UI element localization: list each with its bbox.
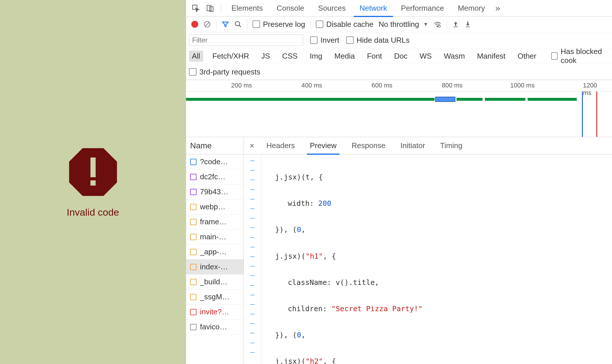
close-detail-icon[interactable]: × bbox=[246, 140, 258, 152]
search-icon[interactable] bbox=[234, 20, 242, 28]
record-button[interactable] bbox=[191, 21, 198, 28]
request-name: _ssgM… bbox=[200, 292, 230, 301]
disable-cache-checkbox[interactable]: Disable cache bbox=[316, 20, 373, 29]
request-name: webp… bbox=[200, 202, 225, 211]
type-js[interactable]: JS bbox=[258, 51, 273, 62]
detail-tab-timing[interactable]: Timing bbox=[434, 138, 469, 154]
type-other[interactable]: Other bbox=[515, 51, 539, 62]
code-line: j.jsx)(t, { bbox=[261, 172, 612, 182]
code-body: j.jsx)(t, { width: 200 }), (0, j.jsx)("h… bbox=[261, 154, 612, 364]
filter-input[interactable] bbox=[189, 34, 303, 46]
request-row[interactable]: ?code… bbox=[186, 154, 244, 169]
preview-code[interactable]: –––– –––– –––– –––– –––– – j.jsx)(t, { w… bbox=[244, 154, 612, 364]
svg-rect-1 bbox=[90, 158, 96, 177]
filter-row: Invert Hide data URLs bbox=[186, 32, 612, 48]
doc-file-icon bbox=[190, 159, 196, 165]
type-css[interactable]: CSS bbox=[279, 51, 300, 62]
tick: 200 ms bbox=[231, 82, 252, 89]
upload-har-icon[interactable] bbox=[452, 21, 459, 28]
request-row[interactable]: _build… bbox=[186, 275, 244, 290]
js-file-icon bbox=[190, 264, 196, 270]
type-fetch-xhr[interactable]: Fetch/XHR bbox=[209, 51, 252, 62]
detail-tab-headers[interactable]: Headers bbox=[260, 138, 301, 154]
tick: 1000 ms bbox=[510, 82, 535, 89]
detail-tab-preview[interactable]: Preview bbox=[303, 138, 343, 154]
third-party-label: 3rd-party requests bbox=[199, 68, 260, 76]
code-line: className: v().title, bbox=[261, 278, 612, 287]
detail-tab-response[interactable]: Response bbox=[345, 138, 392, 154]
filter-icon[interactable] bbox=[222, 20, 229, 28]
tabs-overflow-icon[interactable]: » bbox=[493, 3, 502, 13]
timeline-bar bbox=[485, 98, 525, 101]
svg-point-8 bbox=[235, 21, 240, 26]
css-file-icon bbox=[190, 189, 196, 195]
request-row[interactable]: invite?… bbox=[186, 305, 244, 320]
clear-icon[interactable] bbox=[203, 20, 211, 28]
request-name: main-… bbox=[200, 232, 226, 241]
code-line: width: 200 bbox=[261, 199, 612, 208]
request-name: _app-… bbox=[200, 247, 227, 256]
tab-network[interactable]: Network bbox=[354, 0, 393, 16]
type-font[interactable]: Font bbox=[364, 51, 385, 62]
request-row[interactable]: favico… bbox=[186, 320, 244, 335]
request-row[interactable]: main-… bbox=[186, 229, 244, 244]
download-har-icon[interactable] bbox=[464, 21, 471, 28]
code-line: j.jsx)("h2", { bbox=[261, 356, 612, 364]
load-marker bbox=[596, 92, 597, 137]
timeline-bar bbox=[457, 98, 483, 101]
preserve-log-label: Preserve log bbox=[263, 20, 305, 29]
type-img[interactable]: Img bbox=[307, 51, 325, 62]
request-row[interactable]: frame… bbox=[186, 214, 244, 229]
tab-performance[interactable]: Performance bbox=[395, 0, 450, 16]
request-row[interactable]: dc2fc… bbox=[186, 169, 244, 184]
name-column-header[interactable]: Name bbox=[186, 137, 244, 154]
request-list: Name ?code…dc2fc…79b43…webp…frame…main-…… bbox=[186, 137, 244, 364]
type-all[interactable]: All bbox=[189, 51, 203, 62]
fetch-file-icon bbox=[190, 309, 196, 315]
code-line: j.jsx)("h1", { bbox=[261, 251, 612, 261]
type-wasm[interactable]: Wasm bbox=[441, 51, 468, 62]
js-file-icon bbox=[190, 279, 196, 285]
error-message: Invalid code bbox=[67, 207, 119, 218]
hide-data-urls-checkbox[interactable]: Hide data URLs bbox=[346, 36, 410, 45]
request-row[interactable]: 79b43… bbox=[186, 184, 244, 199]
request-row[interactable]: webp… bbox=[186, 199, 244, 214]
type-ws[interactable]: WS bbox=[417, 51, 435, 62]
detail-tabbar: × Headers Preview Response Initiator Tim… bbox=[244, 137, 612, 154]
request-name: ?code… bbox=[200, 157, 228, 166]
invert-checkbox[interactable]: Invert bbox=[310, 36, 339, 45]
tab-memory[interactable]: Memory bbox=[452, 0, 491, 16]
rendered-page: Invalid code bbox=[0, 0, 186, 364]
request-name: 79b43… bbox=[200, 187, 228, 196]
request-name: favico… bbox=[200, 322, 227, 331]
error-octagon-icon bbox=[67, 146, 119, 198]
code-line: children: "Secret Pizza Party!" bbox=[261, 304, 612, 313]
request-row[interactable]: index-… bbox=[186, 260, 244, 275]
timeline-overview[interactable]: 200 ms 400 ms 600 ms 800 ms 1000 ms 1200… bbox=[186, 80, 612, 137]
detail-tab-initiator[interactable]: Initiator bbox=[394, 138, 431, 154]
type-manifest[interactable]: Manifest bbox=[474, 51, 508, 62]
request-row[interactable]: _app-… bbox=[186, 244, 244, 260]
throttling-select[interactable]: No throttling ▼ bbox=[379, 20, 428, 29]
tab-elements[interactable]: Elements bbox=[226, 0, 268, 16]
hide-data-urls-label: Hide data URLs bbox=[357, 36, 410, 45]
request-name: _build… bbox=[200, 277, 227, 286]
type-doc[interactable]: Doc bbox=[391, 51, 410, 62]
fold-gutter: –––– –––– –––– –––– –––– – bbox=[244, 154, 261, 364]
tab-sources[interactable]: Sources bbox=[312, 0, 351, 16]
devtools-panel: Elements Console Sources Network Perform… bbox=[186, 0, 612, 364]
timeline-body bbox=[186, 92, 612, 137]
svg-line-9 bbox=[239, 25, 241, 27]
js-file-icon bbox=[190, 249, 196, 255]
inspect-element-icon[interactable] bbox=[190, 2, 202, 14]
preserve-log-checkbox[interactable]: Preserve log bbox=[253, 20, 305, 29]
network-conditions-icon[interactable] bbox=[433, 20, 442, 28]
blocked-cookies-checkbox[interactable]: Has blocked cook bbox=[551, 47, 609, 65]
third-party-checkbox[interactable]: 3rd-party requests bbox=[189, 68, 260, 76]
filter-types: All Fetch/XHR JS CSS Img Media Font Doc … bbox=[186, 48, 612, 64]
request-row[interactable]: _ssgM… bbox=[186, 290, 244, 305]
device-toolbar-icon[interactable] bbox=[204, 2, 216, 14]
tab-console[interactable]: Console bbox=[271, 0, 310, 16]
type-media[interactable]: Media bbox=[331, 51, 358, 62]
js-file-icon bbox=[190, 294, 196, 300]
